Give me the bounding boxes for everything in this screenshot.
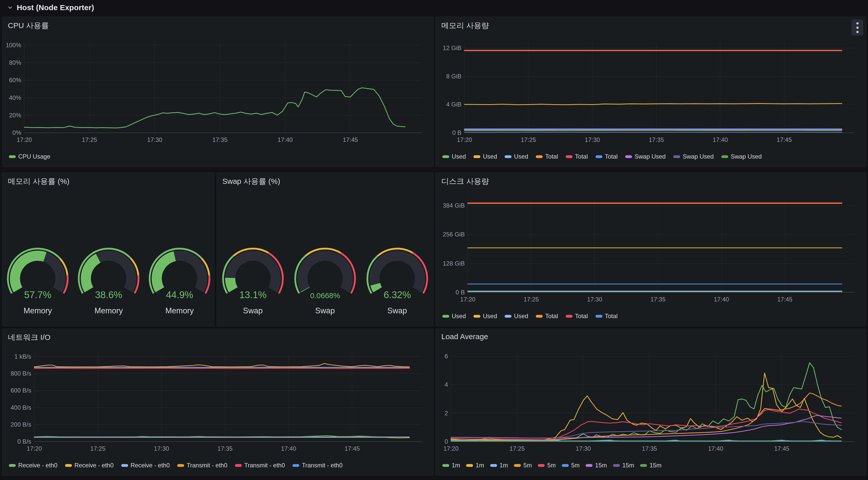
legend-color-chip xyxy=(514,464,521,467)
legend-item[interactable]: 15m xyxy=(640,462,661,469)
legend-item[interactable]: 1m xyxy=(442,462,460,469)
gauge-value: 0.0668% xyxy=(310,292,340,300)
svg-text:0 B/s: 0 B/s xyxy=(18,438,31,445)
legend-color-chip xyxy=(121,464,128,467)
legend-item[interactable]: Swap Used xyxy=(625,153,666,160)
svg-text:17:20: 17:20 xyxy=(460,296,475,303)
legend-color-chip xyxy=(490,464,497,467)
svg-text:17:35: 17:35 xyxy=(218,445,233,452)
legend-item[interactable]: Receive - eth0 xyxy=(9,462,58,469)
gauge-memory-3: 44.9%Memory xyxy=(144,246,215,315)
legend-item[interactable]: Total xyxy=(595,313,618,320)
legend-color-chip xyxy=(505,315,512,318)
panel-title-load[interactable]: Load Average xyxy=(441,332,848,341)
svg-text:128 GiB: 128 GiB xyxy=(443,260,465,267)
legend-item[interactable]: 5m xyxy=(514,462,532,469)
legend-item[interactable]: Total xyxy=(566,313,588,320)
panel-title-swap-gauge[interactable]: Swap 사용률 (%) xyxy=(222,176,415,186)
network-legend: Receive - eth0Receive - eth0Receive - et… xyxy=(9,461,430,470)
legend-label: Receive - eth0 xyxy=(131,462,170,469)
legend-item[interactable]: CPU Usage xyxy=(9,153,51,160)
legend-label: Transmit - eth0 xyxy=(244,462,285,469)
legend-color-chip xyxy=(595,315,602,318)
legend-item[interactable]: 5m xyxy=(562,462,580,469)
svg-text:256 GiB: 256 GiB xyxy=(443,231,465,238)
legend-item[interactable]: Used xyxy=(473,153,497,160)
panel-title-disk[interactable]: 디스크 사용량 xyxy=(441,176,848,186)
svg-text:17:40: 17:40 xyxy=(281,445,296,452)
legend-label: CPU Usage xyxy=(18,153,51,160)
svg-text:17:35: 17:35 xyxy=(649,136,664,143)
row-title: Host (Node Exporter) xyxy=(17,3,94,12)
legend-label: Total xyxy=(545,153,558,160)
panel-network: 네트워크 I/O 17:2017:2517:3017:3517:4017:450… xyxy=(2,329,433,476)
legend-label: Used xyxy=(514,153,528,160)
legend-label: Total xyxy=(605,153,618,160)
legend-color-chip xyxy=(538,464,545,467)
svg-text:17:30: 17:30 xyxy=(587,296,602,303)
panel-cpu: CPU 사용률 17:2017:2517:3017:3517:4017:450%… xyxy=(2,17,433,167)
row-header-host[interactable]: Host (Node Exporter) xyxy=(0,0,868,15)
legend-label: Total xyxy=(575,313,588,320)
legend-item[interactable]: Transmit - eth0 xyxy=(235,462,285,469)
disk-chart[interactable]: 17:2017:2517:3017:3517:4017:450 B128 GiB… xyxy=(440,195,862,304)
legend-item[interactable]: Total xyxy=(595,153,618,160)
gauge-label: Swap xyxy=(315,306,335,315)
svg-text:12 GiB: 12 GiB xyxy=(443,44,461,52)
legend-color-chip xyxy=(625,155,632,158)
svg-text:17:40: 17:40 xyxy=(708,445,723,452)
load-chart[interactable]: 17:2017:2517:3017:3517:4017:450246 xyxy=(440,351,862,453)
legend-item[interactable]: Swap Used xyxy=(721,153,762,160)
svg-text:0 B: 0 B xyxy=(452,129,461,136)
panel-menu-button[interactable] xyxy=(851,20,863,36)
legend-item[interactable]: Swap Used xyxy=(673,153,714,160)
legend-label: 1m xyxy=(452,462,460,469)
cpu-legend: CPU Usage xyxy=(9,152,430,161)
gauge-value: 13.1% xyxy=(239,289,267,300)
legend-item[interactable]: 1m xyxy=(490,462,508,469)
legend-item[interactable]: Transmit - eth0 xyxy=(177,462,227,469)
gauge-value: 44.9% xyxy=(166,289,193,300)
panel-title-cpu[interactable]: CPU 사용률 xyxy=(8,21,415,31)
legend-color-chip xyxy=(673,155,680,158)
legend-item[interactable]: 15m xyxy=(613,462,634,469)
svg-text:600 B/s: 600 B/s xyxy=(11,387,31,394)
svg-text:17:35: 17:35 xyxy=(650,296,666,303)
legend-item[interactable]: 15m xyxy=(586,462,607,469)
legend-label: Total xyxy=(605,313,618,320)
legend-color-chip xyxy=(595,155,602,158)
panel-title-network[interactable]: 네트워크 I/O xyxy=(8,332,415,343)
legend-item[interactable]: Total xyxy=(536,153,558,160)
legend-item[interactable]: Receive - eth0 xyxy=(65,462,114,469)
legend-label: Total xyxy=(575,153,588,160)
kebab-dot xyxy=(856,31,859,33)
legend-color-chip xyxy=(235,464,242,467)
legend-item[interactable]: Receive - eth0 xyxy=(121,462,170,469)
legend-item[interactable]: Used xyxy=(505,153,528,160)
legend-item[interactable]: 1m xyxy=(466,462,484,469)
svg-text:40%: 40% xyxy=(9,94,21,101)
legend-color-chip xyxy=(292,464,299,467)
load-legend: 1m1m1m5m5m5m15m15m15m xyxy=(442,461,863,470)
legend-label: Swap Used xyxy=(634,153,666,160)
legend-item[interactable]: Total xyxy=(566,153,588,160)
legend-color-chip xyxy=(613,464,620,467)
legend-item[interactable]: Used xyxy=(473,313,497,320)
panel-title-memory-gauge[interactable]: 메모리 사용률 (%) xyxy=(8,176,196,186)
legend-item[interactable]: Transmit - eth0 xyxy=(292,462,343,469)
legend-item[interactable]: Used xyxy=(442,313,466,320)
legend-item[interactable]: Used xyxy=(505,313,528,320)
cpu-chart[interactable]: 17:2017:2517:3017:3517:4017:450%20%40%60… xyxy=(6,39,429,144)
svg-text:100%: 100% xyxy=(6,42,21,48)
svg-text:17:45: 17:45 xyxy=(774,445,789,452)
svg-text:17:30: 17:30 xyxy=(576,445,591,452)
legend-item[interactable]: Total xyxy=(536,313,558,320)
legend-item[interactable]: 5m xyxy=(538,462,556,469)
svg-text:800 B/s: 800 B/s xyxy=(11,370,31,377)
legend-label: 15m xyxy=(649,462,661,469)
memory-chart[interactable]: 17:2017:2517:3017:3517:4017:450 B4 GiB8 … xyxy=(440,39,862,144)
legend-item[interactable]: Used xyxy=(442,153,466,160)
network-chart[interactable]: 17:2017:2517:3017:3517:4017:450 B/s200 B… xyxy=(6,351,429,453)
panel-title-memory[interactable]: 메모리 사용량 xyxy=(441,21,848,31)
legend-color-chip xyxy=(536,155,542,158)
